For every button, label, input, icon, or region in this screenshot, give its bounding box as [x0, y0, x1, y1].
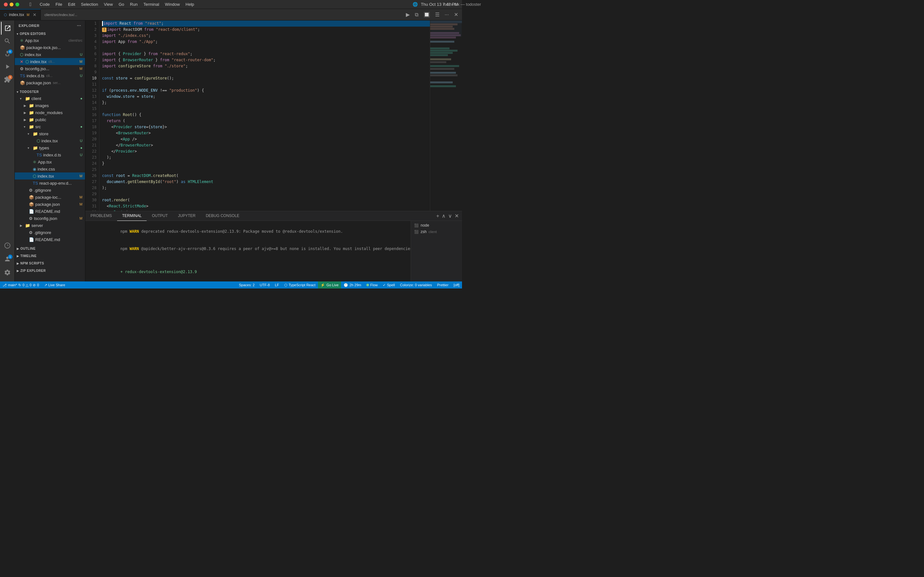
maximize-button[interactable] [15, 3, 19, 6]
minimize-button[interactable] [10, 3, 13, 6]
open-editor-index-tsx-m[interactable]: ✕ ⬡ index.tsx cli... M [15, 58, 85, 65]
activity-remote[interactable] [1, 239, 14, 252]
folder-public[interactable]: ▶ 📁 public [15, 116, 85, 123]
open-editor-package-lock[interactable]: 📦 package-lock.jso... [15, 44, 85, 51]
git-branch[interactable]: ⎇ main* ↻ 0 △ 0 ⊘ 0 [0, 282, 42, 288]
npm-scripts-section[interactable]: ▶ NPM SCRIPTS [15, 259, 85, 266]
file-index-tsx[interactable]: ▶ ⬡ index.tsx M [15, 172, 85, 179]
folder-server[interactable]: ▶ 📁 server [15, 222, 85, 229]
menu-view[interactable]: View [102, 1, 115, 7]
menu-edit[interactable]: Edit [65, 1, 78, 7]
spell-checker[interactable]: ✓ Spell [380, 282, 397, 288]
toggle-sidebar-button[interactable]: ☰ [434, 11, 441, 18]
open-editor-app-tsx[interactable]: ⚛ App.tsx client/src [15, 37, 85, 44]
menu-terminal[interactable]: Terminal [141, 1, 162, 7]
new-file-icon[interactable]: ··· [77, 23, 81, 28]
off-indicator[interactable]: [off] [451, 282, 462, 288]
tab-problems[interactable]: PROBLEMS [86, 211, 117, 221]
activity-source-control[interactable]: 6 [1, 47, 14, 60]
time-tracker[interactable]: 🕐 2h 29m [341, 282, 364, 288]
file-store-index[interactable]: ▶ ⬡ index.tsx U [15, 137, 85, 144]
outline-section[interactable]: ▶ OUTLINE [15, 244, 85, 251]
open-editor-index-d-ts[interactable]: TS index.d.ts cli... U [15, 72, 85, 79]
folder-images[interactable]: ▶ 📁 images [15, 102, 85, 109]
terminal-line-4: + redux-devtools-extension@2.13.9 [88, 263, 408, 280]
spell-icon: ✓ [383, 283, 386, 287]
todoster-title[interactable]: ▾ TODOSTER [15, 87, 85, 95]
kill-terminal-button[interactable]: ∧ [441, 212, 446, 219]
live-share[interactable]: ↗ Live Share [42, 282, 68, 288]
file-tsconfig[interactable]: ▶ ⚙ tsconfig.json M [15, 215, 85, 222]
run-button[interactable]: ▶ [405, 11, 411, 18]
tab-output[interactable]: OUTPUT [147, 211, 173, 221]
file-react-app-env[interactable]: ▶ TS react-app-env.d... [15, 179, 85, 187]
menu-go[interactable]: Go [116, 1, 127, 7]
zip-explorer-section[interactable]: ▶ ZIP EXPLORER [15, 266, 85, 274]
open-editor-tsconfig[interactable]: ⚙ tsconfig.jso... M [15, 65, 85, 72]
terminal-output[interactable]: npm WARN deprecated redux-devtools-exten… [86, 221, 411, 282]
tab-terminal[interactable]: TERMINAL [117, 211, 147, 221]
code-area[interactable]: import React from "react"; ! import Reac… [99, 21, 430, 211]
open-editors-title[interactable]: ▾ OPEN EDITORS [15, 29, 85, 37]
file-gitignore-server[interactable]: ▶ ⚙ .gitignore [15, 229, 85, 236]
split-editor-button[interactable]: ⧉ [414, 11, 420, 18]
encoding-indicator[interactable]: UTF-8 [257, 282, 272, 288]
toggle-panel-button[interactable]: 🔲 [422, 11, 431, 18]
editor-tab[interactable]: ⬡ index.tsx M ✕ [0, 9, 41, 21]
activity-account[interactable]: 1 [1, 253, 14, 266]
open-editor-index-tsx-u[interactable]: ⬡ index.tsx U [15, 51, 85, 58]
folder-store[interactable]: ▾ 📁 store [15, 130, 85, 137]
svg-rect-15 [430, 65, 459, 67]
close-editor-button[interactable]: ✕ [453, 11, 459, 18]
pkg-json-badge: M [79, 202, 85, 206]
language-indicator[interactable]: ⬡ TypeScript React [282, 282, 318, 288]
menu-help[interactable]: Help [183, 1, 197, 7]
file-app-tsx[interactable]: ▶ ⚛ App.tsx [15, 158, 85, 165]
eol-indicator[interactable]: LF [272, 282, 282, 288]
file-gitignore-client[interactable]: ▶ ⚙ .gitignore [15, 187, 85, 193]
folder-client[interactable]: ▾ 📁 client ● [15, 95, 85, 102]
tab-debug-console[interactable]: DEBUG CONSOLE [200, 211, 244, 221]
colorize-status[interactable]: Colorize: 0 variables [397, 282, 435, 288]
folder-src[interactable]: ▾ 📁 src ● [15, 123, 85, 130]
activity-extensions[interactable]: 3 [1, 73, 14, 86]
file-types-index[interactable]: ▶ TS index.d.ts U [15, 151, 85, 158]
info-count: 0 [37, 283, 39, 287]
terminal-zsh[interactable]: ⬛ zsh client [412, 229, 461, 235]
timeline-section[interactable]: ▶ TIMELINE [15, 251, 85, 259]
spaces-indicator[interactable]: Spaces: 2 [236, 282, 257, 288]
types-index-badge: U [80, 153, 85, 157]
close-icon[interactable]: ✕ [20, 59, 23, 64]
activity-search[interactable] [1, 35, 14, 47]
maximize-panel-button[interactable]: ∨ [447, 212, 453, 219]
go-live[interactable]: ⚡ Go Live [318, 282, 341, 288]
activity-settings[interactable] [1, 266, 14, 279]
folder-node-modules[interactable]: ▶ 📁 node_modules [15, 109, 85, 116]
apple-menu[interactable]:  [27, 1, 34, 8]
tab-jupyter[interactable]: JUPYTER [173, 211, 201, 221]
file-readme-client[interactable]: ▶ 📄 README.md [15, 208, 85, 215]
menu-run[interactable]: Run [128, 1, 140, 7]
flow-status[interactable]: Flow [364, 282, 380, 288]
folder-types[interactable]: ▾ 📁 types ● [15, 144, 85, 151]
new-terminal-button[interactable]: + [436, 213, 440, 219]
tab-close-button[interactable]: ✕ [33, 13, 37, 17]
menu-selection[interactable]: Selection [78, 1, 100, 7]
file-package-json[interactable]: ▶ 📦 package.json M [15, 201, 85, 208]
close-panel-button[interactable]: ✕ [454, 212, 459, 219]
more-actions-button[interactable]: ··· [443, 11, 450, 18]
menu-code[interactable]: Code [37, 1, 52, 7]
prettier-status[interactable]: Prettier [435, 282, 451, 288]
code-line-26: const root = ReactDOM.createRoot( [102, 173, 430, 179]
file-readme-server[interactable]: ▶ 📄 README.md [15, 236, 85, 243]
terminal-node[interactable]: ⬛ node [412, 222, 461, 229]
menu-file[interactable]: File [53, 1, 65, 7]
activity-explorer[interactable] [1, 22, 14, 35]
open-editor-package-json[interactable]: 📦 package.json ser... [15, 79, 85, 86]
file-index-css[interactable]: ▶ ◉ index.css [15, 165, 85, 172]
menu-window[interactable]: Window [162, 1, 182, 7]
file-package-lock[interactable]: ▶ 📦 package-loc... M [15, 193, 85, 201]
close-button[interactable] [4, 3, 8, 6]
activity-run-debug[interactable] [1, 60, 14, 73]
tab-actions: ▶ ⧉ 🔲 ☰ ··· ✕ [405, 11, 462, 18]
